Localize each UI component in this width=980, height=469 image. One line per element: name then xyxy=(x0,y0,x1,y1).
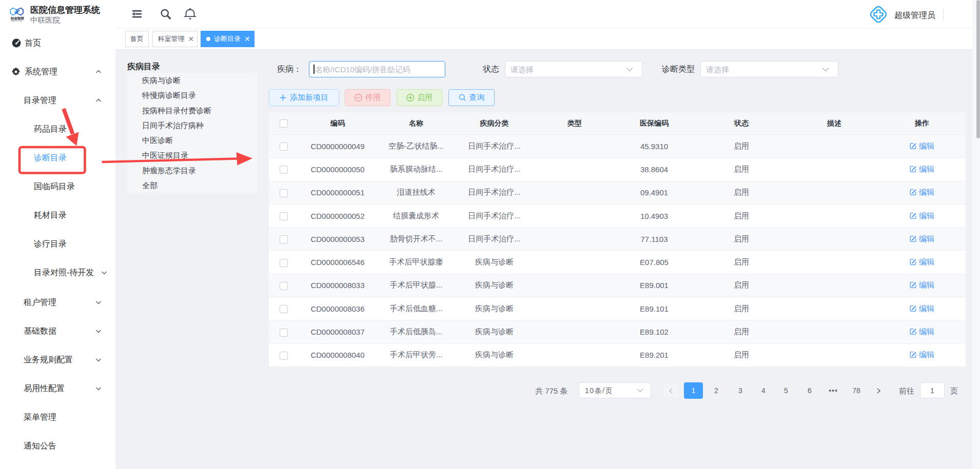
svg-text:HEALTH LINK: HEALTH LINK xyxy=(11,20,23,22)
